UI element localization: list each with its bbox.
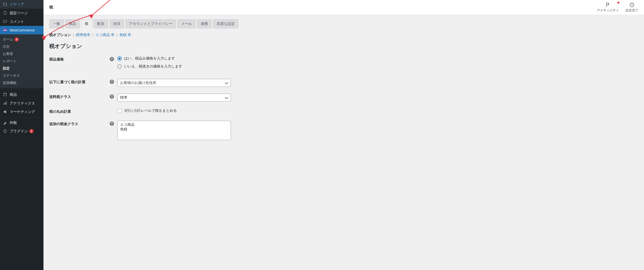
textarea-additional-classes[interactable]: エコ商品 免税: [118, 121, 231, 140]
sidebar-item-appearance[interactable]: 外観: [0, 118, 44, 127]
svg-text:woo: woo: [3, 29, 7, 31]
submenu-label: 設定: [3, 66, 10, 71]
checkbox-rounding[interactable]: 1行に小計レベルで税をまとめる: [118, 108, 262, 113]
svg-rect-5: [4, 94, 7, 96]
submenu-extensions[interactable]: 拡張機能: [0, 79, 44, 87]
row-calc-based-on: 以下に基づく税の計算 ? お客様のお届け先住所: [49, 79, 638, 87]
notification-dot: [618, 2, 619, 4]
submenu-label: お客様: [3, 52, 13, 56]
sidebar-label: マーケティング: [10, 109, 35, 114]
flag-icon: [605, 2, 611, 8]
products-icon: [2, 92, 8, 97]
woocommerce-icon: woo: [2, 28, 8, 32]
sidebar-label: メディア: [10, 2, 24, 7]
radio-icon: [118, 64, 122, 69]
submenu-orders[interactable]: 注文: [0, 43, 44, 50]
sidebar-item-pages[interactable]: 固定ページ: [0, 9, 44, 18]
select-value: 標準: [120, 95, 127, 100]
subnav-sep: |: [73, 33, 74, 37]
sidebar-item-comments[interactable]: コメント: [0, 17, 44, 26]
sidebar-label: 外観: [10, 120, 17, 125]
tab-integration[interactable]: 連携: [197, 19, 212, 28]
checkbox-label: 1行に小計レベルで税をまとめる: [124, 108, 177, 113]
field-label: 追加の税金クラス: [49, 121, 110, 126]
sidebar-item-woocommerce[interactable]: woo WooCommerce: [0, 26, 44, 35]
field-label: 送料税クラス: [49, 94, 110, 99]
row-additional-classes: 追加の税金クラス ? エコ商品 免税: [49, 121, 638, 140]
checkbox-icon: [118, 109, 122, 113]
analytics-icon: [2, 101, 8, 105]
svg-point-1: [4, 4, 5, 5]
tab-payments[interactable]: 決済: [110, 19, 124, 28]
subnav-link-exempt[interactable]: 免税 率: [119, 33, 131, 37]
select-shipping-tax-class[interactable]: 標準: [118, 94, 231, 102]
tab-shipping[interactable]: 配送: [94, 19, 108, 28]
submenu-label: ホーム: [3, 37, 13, 42]
admin-sidebar: メディア 固定ページ コメント woo WooCommerce ホーム 4: [0, 0, 44, 270]
sidebar-item-plugins[interactable]: プラグイン 1: [0, 127, 44, 136]
submenu-status[interactable]: ステータス: [0, 72, 44, 79]
help-icon[interactable]: ?: [110, 57, 114, 61]
clock-icon: [629, 2, 634, 8]
sidebar-label: コメント: [10, 19, 24, 24]
subnav-sep: |: [116, 33, 118, 37]
help-icon[interactable]: ?: [110, 80, 114, 84]
comment-icon: [2, 19, 8, 24]
row-shipping-tax-class: 送料税クラス ? 標準: [49, 94, 638, 102]
sidebar-item-marketing[interactable]: マーケティング: [0, 107, 44, 116]
plugins-icon: [2, 129, 8, 133]
field-label: 以下に基づく税の計算: [49, 79, 110, 84]
sidebar-label: 商品: [10, 92, 17, 97]
tab-tax[interactable]: 税: [81, 19, 92, 28]
radio-prices-no[interactable]: いいえ、税抜きの価格を入力します: [118, 64, 262, 69]
sidebar-item-analytics[interactable]: アナリティクス: [0, 99, 44, 108]
sidebar-label: WooCommerce: [10, 28, 35, 33]
tab-accounts[interactable]: アカウントとプライバシー: [125, 19, 176, 28]
sidebar-label: アナリティクス: [10, 101, 35, 106]
sidebar-label: 固定ページ: [10, 11, 28, 16]
subnav-link-eco[interactable]: エコ商品 率: [96, 33, 114, 37]
svg-rect-6: [4, 103, 4, 104]
submenu-customers[interactable]: お客様: [0, 50, 44, 58]
field-label: 税込価格: [49, 56, 110, 62]
submenu-settings[interactable]: 設定: [0, 65, 44, 72]
subnav-sep: |: [92, 33, 93, 37]
sidebar-separator: [0, 89, 44, 89]
radio-label: はい、税込み価格を入力します: [124, 56, 175, 61]
sidebar-item-products[interactable]: 商品: [0, 90, 44, 99]
select-value: お客様のお届け先住所: [120, 81, 156, 85]
svg-rect-2: [4, 11, 6, 15]
field-label: 税の丸め計算: [49, 108, 110, 114]
settings-tabs: 一般 商品 税 配送 決済 アカウントとプライバシー メール 連携 高度な設定: [49, 19, 638, 28]
submenu-label: ステータス: [3, 74, 20, 78]
page-icon: [2, 11, 8, 15]
row-prices-entered: 税込価格 ? はい、税込み価格を入力します いいえ、税抜きの価格を入力します: [49, 56, 638, 72]
topbar-action-label: 設定完了: [626, 8, 638, 13]
submenu-label: 拡張機能: [3, 81, 16, 85]
help-icon[interactable]: ?: [110, 94, 114, 99]
tab-general[interactable]: 一般: [49, 19, 64, 28]
select-calc-based-on[interactable]: お客様のお届け先住所: [118, 79, 231, 87]
notification-badge: 1: [29, 129, 34, 133]
sidebar-item-media[interactable]: メディア: [0, 0, 44, 9]
radio-icon: [118, 56, 122, 61]
radio-label: いいえ、税抜きの価格を入力します: [124, 64, 182, 69]
svg-rect-7: [5, 103, 6, 105]
tab-advanced[interactable]: 高度な設定: [213, 19, 238, 28]
svg-rect-0: [4, 3, 7, 6]
radio-prices-yes[interactable]: はい、税込み価格を入力します: [118, 56, 262, 61]
tax-subnav: 税オプション | 標準税率 | エコ商品 率 | 免税 率: [49, 33, 638, 37]
help-icon[interactable]: ?: [110, 121, 114, 126]
submenu-reports[interactable]: レポート: [0, 58, 44, 65]
sidebar-label: プラグイン: [10, 129, 28, 133]
submenu-label: レポート: [3, 59, 16, 63]
submenu-home[interactable]: ホーム 4: [0, 36, 44, 43]
topbar-action-label: アクティビティ: [597, 8, 619, 13]
tab-emails[interactable]: メール: [178, 19, 196, 28]
subnav-link-standard[interactable]: 標準税率: [76, 33, 90, 37]
row-rounding: 税の丸め計算 ? 1行に小計レベルで税をまとめる: [49, 108, 638, 114]
tab-products[interactable]: 商品: [65, 19, 80, 28]
activity-button[interactable]: アクティビティ: [597, 2, 619, 13]
content-area: 一般 商品 税 配送 決済 アカウントとプライバシー メール 連携 高度な設定 …: [44, 15, 644, 157]
setup-done-button[interactable]: 設定完了: [626, 2, 638, 13]
